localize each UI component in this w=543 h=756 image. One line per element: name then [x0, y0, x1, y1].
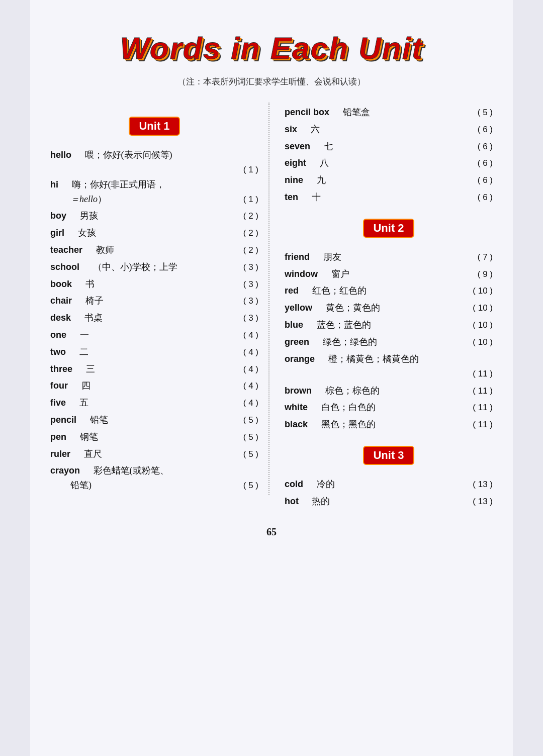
word-six: six 六 ( 6 )	[285, 122, 493, 137]
unit3-header: Unit 3	[285, 437, 493, 472]
word-desk: desk 书桌 ( 3 )	[50, 311, 258, 325]
unit1-badge: Unit 1	[129, 117, 179, 136]
subtitle: （注：本表所列词汇要求学生听懂、会说和认读）	[50, 76, 493, 87]
word-yellow: yellow 黄色；黄色的 ( 10 )	[285, 301, 493, 315]
word-girl: girl 女孩 ( 2 )	[50, 226, 258, 240]
word-green: green 绿色；绿色的 ( 10 )	[285, 335, 493, 349]
word-teacher: teacher 教师 ( 2 )	[50, 243, 258, 257]
word-orange: orange 橙；橘黄色；橘黄色的 ( 11 )	[285, 352, 493, 381]
word-school: school （中、小)学校；上学 ( 3 )	[50, 260, 258, 274]
columns-wrapper: Unit 1 hello 喂；你好(表示问候等) ( 1 ) hi 嗨；你好(非…	[50, 103, 493, 511]
word-eight: eight 八 ( 6 )	[285, 156, 493, 170]
word-hi: hi 嗨；你好(非正式用语， ＝hello） ( 1 )	[50, 177, 258, 207]
unit1-header: Unit 1	[50, 108, 258, 143]
page: Words in Each Unit （注：本表所列词汇要求学生听懂、会说和认读…	[30, 0, 513, 756]
word-boy: boy 男孩 ( 2 )	[50, 209, 258, 223]
title-area: Words in Each Unit	[50, 15, 493, 71]
word-seven: seven 七 ( 6 )	[285, 139, 493, 154]
word-hello: hello 喂；你好(表示问候等)	[50, 148, 258, 162]
word-cold: cold 冷的 ( 13 )	[285, 477, 493, 492]
word-red: red 红色；红色的 ( 10 )	[285, 284, 493, 298]
main-title: Words in Each Unit	[120, 30, 423, 66]
page-number: 65	[50, 526, 493, 538]
word-chair: chair 椅子 ( 3 )	[50, 294, 258, 308]
word-five: five 五 ( 4 )	[50, 396, 258, 410]
right-column: pencil box 铅笔盒 ( 5 ) six 六 ( 6 ) seven 七	[269, 103, 493, 511]
word-ruler: ruler 直尺 ( 5 )	[50, 447, 258, 461]
word-one: one 一 ( 4 )	[50, 328, 258, 342]
word-window: window 窗户 ( 9 )	[285, 267, 493, 281]
word-two: two 二 ( 4 )	[50, 345, 258, 359]
word-nine: nine 九 ( 6 )	[285, 173, 493, 187]
word-pencil-box: pencil box 铅笔盒 ( 5 )	[285, 105, 493, 120]
unit3-badge: Unit 3	[363, 446, 414, 465]
left-column: Unit 1 hello 喂；你好(表示问候等) ( 1 ) hi 嗨；你好(非…	[50, 103, 269, 495]
word-brown: brown 棕色；棕色的 ( 11 )	[285, 384, 493, 398]
word-pen: pen 钢笔 ( 5 )	[50, 430, 258, 444]
word-pencil: pencil 铅笔 ( 5 )	[50, 413, 258, 427]
word-book: book 书 ( 3 )	[50, 277, 258, 292]
word-crayon: crayon 彩色蜡笔(或粉笔、 铅笔) ( 5 )	[50, 463, 258, 493]
word-white: white 白色；白色的 ( 11 )	[285, 400, 493, 415]
word-friend: friend 朋友 ( 7 )	[285, 250, 493, 264]
unit2-badge: Unit 2	[363, 219, 414, 238]
word-blue: blue 蓝色；蓝色的 ( 10 )	[285, 318, 493, 332]
word-black: black 黑色；黑色的 ( 11 )	[285, 417, 493, 432]
word-hot: hot 热的 ( 13 )	[285, 494, 493, 509]
unit2-header: Unit 2	[285, 210, 493, 245]
word-three: three 三 ( 4 )	[50, 362, 258, 376]
word-four: four 四 ( 4 )	[50, 379, 258, 393]
word-ten: ten 十 ( 6 )	[285, 190, 493, 205]
